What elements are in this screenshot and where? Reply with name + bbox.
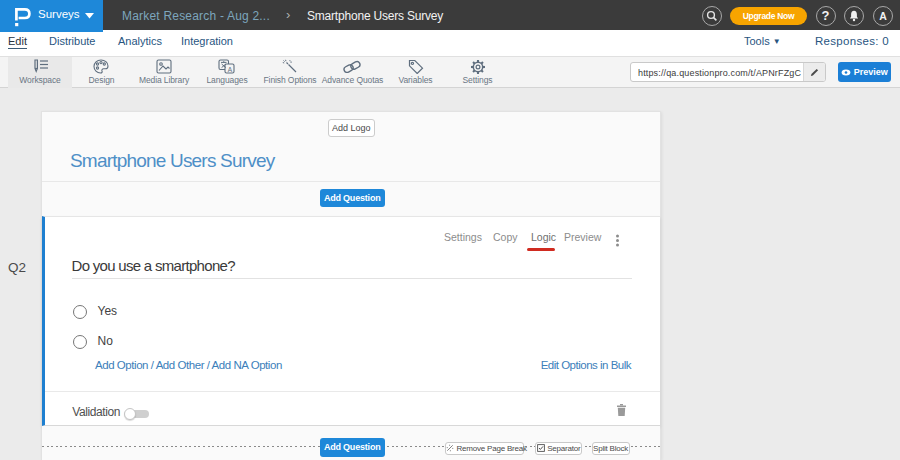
svg-text:A: A [228, 66, 233, 73]
